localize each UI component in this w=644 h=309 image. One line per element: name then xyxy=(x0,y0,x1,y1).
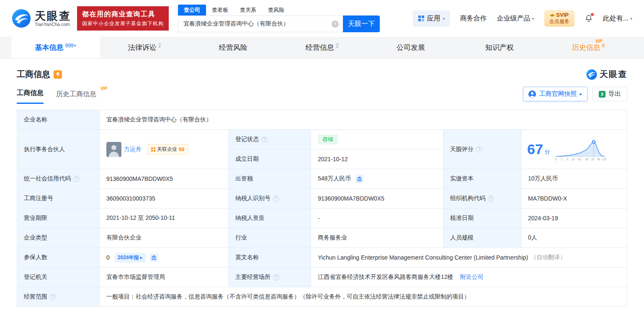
nearby-companies-link[interactable]: 附近公司 xyxy=(460,273,484,281)
main-nav: 基本信息 999+ 法律诉讼 2 经营风险 经营信息 2 公司发展 知识产权 V… xyxy=(0,37,644,59)
chevron-down-icon: ▾ xyxy=(532,16,534,21)
export-label: 导出 xyxy=(608,90,621,98)
related-companies-badge[interactable]: 关联企业 66 xyxy=(147,144,188,154)
help-icon[interactable]: ? xyxy=(261,136,268,143)
search-input[interactable] xyxy=(178,21,343,27)
vip-tag: VIP xyxy=(595,39,602,44)
apps-menu[interactable]: 应用 ▾ xyxy=(413,10,450,27)
alert-bell-icon[interactable] xyxy=(54,70,62,79)
clear-search-icon[interactable]: × xyxy=(332,21,339,28)
related-companies-label: 关联企业 xyxy=(157,146,177,153)
field-value-business-term: 2021-10-12 至 2050-10-11 xyxy=(100,209,229,228)
search-tab-risk[interactable]: 查风险 xyxy=(262,5,290,15)
notification-bell-icon[interactable] xyxy=(585,14,593,23)
nav-tab-badge: 2 xyxy=(158,43,161,49)
bank-icon[interactable] xyxy=(355,175,363,183)
nav-tab-label: 法律诉讼 xyxy=(128,43,157,52)
user-name: 此处有... xyxy=(603,14,629,23)
svg-text:85: 85 xyxy=(585,158,589,161)
field-value-paid-capital: 10万人民币 xyxy=(521,169,627,189)
help-icon[interactable]: ? xyxy=(273,196,279,202)
field-value-insured-count: 0 2024年报 ▸ xyxy=(100,248,229,268)
person-circle-icon xyxy=(528,90,536,98)
partner-name-link[interactable]: 方运舟 xyxy=(124,146,142,153)
search-tab-company[interactable]: 查公司 xyxy=(178,5,206,15)
search-button[interactable]: 天眼一下 xyxy=(343,15,380,32)
svip-label: SVIP xyxy=(556,12,569,18)
field-value-reg-status: 存续 xyxy=(311,130,443,149)
help-icon[interactable]: ? xyxy=(488,196,494,202)
nav-tab-legal[interactable]: 法律诉讼 2 xyxy=(100,37,189,58)
nav-tab-label: 经营风险 xyxy=(219,43,247,52)
chevron-down-icon: ▾ xyxy=(443,16,445,21)
enterprise-products-link[interactable]: 企业级产品 ▾ xyxy=(497,14,534,23)
field-label-taxpayer-id: 纳税人识别号 ? xyxy=(229,189,311,209)
field-value-taxpayer-id: 91360900MA7BDDW0X5 xyxy=(311,189,443,209)
user-menu[interactable]: 此处有... ▾ xyxy=(603,14,632,23)
business-cooperation-link[interactable]: 商务合作 xyxy=(460,14,487,23)
help-icon[interactable]: ? xyxy=(73,176,80,182)
field-value-credit-code: 91360900MA7BDDW0X5 xyxy=(100,169,229,189)
annual-report-badge[interactable]: 2024年报 ▸ xyxy=(115,253,146,263)
head-actions: 工商官网快照 ▸ X 导出 xyxy=(523,87,627,104)
subtab-history-business-info[interactable]: VIP 历史工商信息 xyxy=(56,90,96,104)
nav-tab-business-info[interactable]: 经营信息 2 xyxy=(278,37,366,58)
official-snapshot-button[interactable]: 工商官网快照 ▸ xyxy=(523,87,587,101)
help-icon[interactable]: ? xyxy=(50,294,56,300)
help-icon[interactable]: ? xyxy=(273,274,279,281)
subtab-label: 历史工商信息 xyxy=(56,90,96,98)
field-label-tianyan-score: 天眼评分 ? xyxy=(443,130,521,169)
tianyancha-logo[interactable]: 天眼查 TianYanCha.com xyxy=(12,9,71,28)
field-label-paid-capital: 实缴资本 xyxy=(443,169,521,189)
grid-icon xyxy=(151,147,155,152)
related-companies-count: 66 xyxy=(179,147,184,152)
vip-tag: VIP xyxy=(100,86,107,91)
search-tabs: 查公司 查老板 查关系 查风险 xyxy=(178,5,380,15)
subtab-business-info[interactable]: 工商信息 xyxy=(17,89,44,104)
nav-tab-operational-risk[interactable]: 经营风险 xyxy=(189,37,278,58)
search-area: 查公司 查老板 查关系 查风险 × 天眼一下 xyxy=(178,5,380,32)
svip-member-badge[interactable]: SVIP 会员服务 xyxy=(544,10,574,27)
field-value-org-code: MA7BDDW0-X xyxy=(521,189,627,209)
auto-translate-note: （自动翻译） xyxy=(531,254,566,261)
svg-text:0: 0 xyxy=(555,158,557,161)
nav-tab-company-development[interactable]: 公司发展 xyxy=(366,37,455,58)
field-label-capital: 出资额 xyxy=(229,169,311,189)
field-label-business-term: 营业期限 xyxy=(17,209,100,228)
help-icon[interactable]: ? xyxy=(476,146,482,152)
score-value: 67 xyxy=(527,141,543,157)
export-button[interactable]: X 导出 xyxy=(592,87,627,101)
field-label-english-name: 英文名称 xyxy=(229,248,311,268)
nav-tab-basic-info[interactable]: 基本信息 999+ xyxy=(11,37,100,58)
svg-text:50: 50 xyxy=(578,158,581,161)
promo-banner: 都在用的商业查询工具 国家中小企业发展子基金旗下机构 xyxy=(77,6,169,30)
field-label-company-name: 企业名称 xyxy=(17,110,100,130)
svg-text:99: 99 xyxy=(597,158,600,161)
promo-line1: 都在用的商业查询工具 xyxy=(82,9,164,20)
nav-tab-intellectual-property[interactable]: 知识产权 xyxy=(455,37,544,58)
business-info-table: 企业名称 宜春浪绫企业管理咨询中心（有限合伙） 执行事务合伙人 方运舟 关联企业… xyxy=(17,110,627,307)
nav-tab-history-info[interactable]: VIP 历史信息 8 xyxy=(544,37,633,58)
field-label-reg-number: 工商注册号 xyxy=(17,189,100,209)
nav-tab-label: 知识产权 xyxy=(485,43,514,52)
field-value-business-scope: 一般项目：社会经济咨询服务，信息咨询服务（不含许可类信息咨询服务）（除许可业务外… xyxy=(100,287,627,307)
svg-text:15: 15 xyxy=(572,158,575,161)
search-tab-relations[interactable]: 查关系 xyxy=(234,5,262,15)
nav-tab-label: 基本信息 xyxy=(35,43,63,52)
search-tab-boss[interactable]: 查老板 xyxy=(206,5,234,15)
brand-watermark: 天眼查 xyxy=(586,69,627,80)
bank-icon[interactable] xyxy=(150,253,158,262)
field-label-approval-date: 核准日期 xyxy=(443,209,521,228)
tianyancha-logo-icon xyxy=(586,69,597,80)
svg-text:100: 100 xyxy=(602,158,607,161)
nav-tab-label: 历史信息 xyxy=(572,43,600,52)
tianyancha-logo-icon xyxy=(12,9,31,28)
search-row: × 天眼一下 xyxy=(178,15,380,32)
partner-avatar[interactable] xyxy=(106,142,121,157)
subtab-row: 工商信息 VIP 历史工商信息 工商官网快照 ▸ X 导出 xyxy=(0,87,644,104)
enterprise-products-label: 企业级产品 xyxy=(497,14,531,23)
section-head: 工商信息 天眼查 xyxy=(0,59,644,80)
field-label-reg-status: 登记状态 ? xyxy=(229,130,311,149)
field-value-company-name: 宜春浪绫企业管理咨询中心（有限合伙） xyxy=(100,110,627,130)
field-value-staff-size: 0人 xyxy=(521,228,627,248)
